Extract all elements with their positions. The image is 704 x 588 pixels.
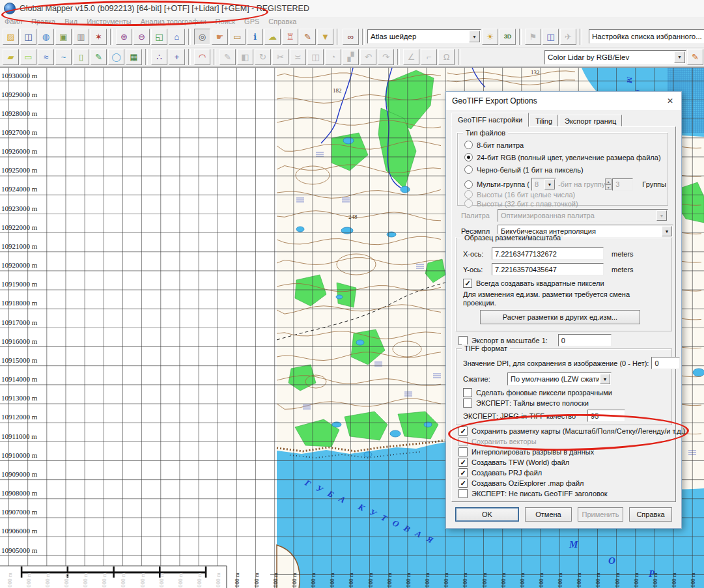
- home-view-icon[interactable]: ⌂: [169, 29, 185, 45]
- zoom-tool-icon[interactable]: ◎: [194, 29, 210, 45]
- map-catalog-icon[interactable]: ▣: [55, 29, 72, 45]
- x-axis-field[interactable]: 7.22163477132672: [492, 247, 604, 260]
- svg-text:000 m: 000 m: [424, 572, 430, 587]
- tab-geotiff-settings[interactable]: GeoTIFF настройки: [451, 113, 529, 127]
- shader-options-icon[interactable]: ☀: [482, 29, 498, 45]
- lidar-combo[interactable]: Color Lidar by RGB/Elev▼: [544, 50, 686, 64]
- checkbox-box[interactable]: [458, 489, 468, 498]
- insert-vertex-icon[interactable]: +: [169, 49, 185, 65]
- clear-selection-icon[interactable]: ▼: [317, 29, 333, 45]
- svg-text:000 m: 000 m: [291, 572, 298, 587]
- svg-text:000 m: 000 m: [386, 572, 393, 587]
- checkbox-box[interactable]: [458, 447, 468, 456]
- option-checkbox-2[interactable]: Интерполировать разрывы в данных: [458, 447, 594, 456]
- option-checkbox-5[interactable]: ✓Создавать OziExplorer .map файл: [458, 479, 584, 488]
- create-freehand-line-icon[interactable]: ~: [55, 49, 72, 65]
- 3d-terrain-icon[interactable]: 3D: [500, 29, 516, 45]
- create-rectangle-icon[interactable]: ▯: [73, 49, 89, 65]
- radio-blackwhite[interactable]: Черно-белый (1 бит на пиксель): [464, 165, 584, 174]
- export-scale-field[interactable]: 0: [558, 334, 612, 346]
- terrain-shader-icon[interactable]: ☁: [264, 29, 281, 45]
- menu-item-1[interactable]: Правка: [27, 18, 60, 25]
- dialog-title-bar[interactable]: GeoTIFF Export Options ✕: [446, 92, 681, 110]
- option-checkbox-6[interactable]: ЭКСПЕРТ: Не писать GeoTIFF заголовок: [458, 489, 608, 498]
- square-pixels-checkbox[interactable]: ✓Всегда создавать квадратные пиксели: [463, 279, 604, 288]
- main-toolbar: ▨◫◍▣▥✶⊕⊖◱⌂◎☛▭ℹ☁♖✎▼∞Atlas шейдер▼☀3D⚑◫✈На…: [0, 26, 704, 48]
- radio-8bit[interactable]: 8-бит палитра: [464, 141, 524, 149]
- menu-item-7[interactable]: Справка: [264, 18, 301, 25]
- tiff-format-legend: TIFF формат: [462, 344, 510, 352]
- open-file-icon[interactable]: ▨: [3, 29, 19, 45]
- chevron-down-icon[interactable]: ▼: [674, 51, 685, 63]
- range-rings-icon[interactable]: ◠: [194, 49, 210, 65]
- export-scale-checkbox[interactable]: [458, 336, 468, 345]
- shader-combo[interactable]: Atlas шейдер▼: [367, 29, 481, 44]
- full-extent-icon[interactable]: ◱: [151, 29, 167, 45]
- tab-tiling[interactable]: Tiling: [529, 115, 558, 127]
- multiband-groups-spinner[interactable]: ▲▼: [605, 178, 612, 190]
- svg-text:182: 182: [333, 87, 342, 94]
- checkbox-box[interactable]: ✓: [458, 458, 468, 467]
- cancel-button[interactable]: Отмена: [525, 507, 572, 522]
- checkbox-box[interactable]: ✓: [458, 427, 468, 436]
- radio-multiband[interactable]: Мульти-группа ( 8▼ -бит на группу ▲▼ 3 Г…: [464, 178, 666, 191]
- menu-item-4[interactable]: Анализ топографии: [136, 18, 211, 25]
- menu-item-6[interactable]: GPS: [240, 18, 264, 25]
- tiles-checkbox[interactable]: ЭКСПЕРТ: Тайлы вместо полоски: [463, 399, 589, 408]
- transparent-pixels-checkbox[interactable]: Сделать фоновые пиксели прозрачными: [463, 388, 612, 397]
- measure-tool-icon[interactable]: ▭: [229, 29, 246, 45]
- export-icon[interactable]: ▥: [73, 29, 89, 45]
- feature-info-icon[interactable]: ℹ: [247, 29, 263, 45]
- menu-item-5[interactable]: Поиск: [211, 18, 240, 25]
- zoom-in-icon[interactable]: ⊕: [116, 29, 132, 45]
- create-area-icon[interactable]: ▰: [3, 49, 19, 65]
- y-axis-field[interactable]: 7.22163570435647: [492, 263, 604, 275]
- option-checkbox-1: Сохранить векторы: [458, 437, 537, 446]
- create-line-icon[interactable]: ≈: [38, 49, 54, 65]
- toolbar-separator: [519, 29, 522, 45]
- help-button[interactable]: Справка: [629, 507, 672, 522]
- create-point-icon[interactable]: ∴: [151, 49, 167, 65]
- option-checkbox-0[interactable]: ✓Сохранить разметку карты (Масштаб/Поля/…: [458, 427, 685, 436]
- menu-item-0[interactable]: Файл: [0, 18, 27, 25]
- download-online-data-icon[interactable]: ◍: [38, 29, 54, 45]
- create-grid-icon[interactable]: ▦: [126, 49, 142, 65]
- tab-export-bounds[interactable]: Экспорт границ: [559, 115, 622, 127]
- radio-24bit-rgb[interactable]: 24-бит RGB (полный цвет, увеличение разм…: [464, 153, 661, 161]
- jpeg-quality-field[interactable]: 95: [587, 410, 625, 422]
- save-icon[interactable]: ◫: [20, 29, 36, 45]
- dialog-close-icon[interactable]: ✕: [659, 93, 681, 109]
- option-checkbox-4[interactable]: ✓Создавать PRJ файл: [458, 468, 542, 477]
- y-axis-label: 10905000 m: [1, 546, 37, 554]
- compression-combo[interactable]: По умолчанию (LZW сжатие)▼: [507, 372, 612, 385]
- search-binoculars-icon[interactable]: ∞: [343, 29, 359, 45]
- create-coded-line-icon[interactable]: ✎: [91, 49, 107, 65]
- dpi-row: Значение DPI, для сохранения в изображен…: [463, 357, 680, 369]
- move-feature-icon: ◧: [237, 49, 253, 65]
- multiband-bits-combo[interactable]: 8▼: [531, 178, 556, 191]
- multiband-groups-field[interactable]: 3: [612, 178, 633, 191]
- lidar-pencil-icon[interactable]: ✎: [687, 49, 703, 65]
- checkbox-label: Сохранить разметку карты (Масштаб/Поля/С…: [472, 427, 685, 435]
- sample-spacing-group: Образец разметки/масштаба X-ось: 7.22163…: [456, 238, 672, 331]
- dpi-field[interactable]: 0: [651, 357, 680, 369]
- view-shed-tower-icon[interactable]: ♖: [282, 29, 298, 45]
- 3d-view-icon[interactable]: ◫: [542, 29, 559, 45]
- create-circle-icon[interactable]: ◯: [108, 49, 124, 65]
- zoom-out-icon[interactable]: ⊖: [134, 29, 150, 45]
- favorites-combo[interactable]: Настройка списка избранного...▼: [589, 29, 704, 44]
- menu-item-3[interactable]: Инструменты: [82, 18, 136, 25]
- chevron-down-icon[interactable]: ▼: [469, 31, 480, 42]
- calc-spacing-button[interactable]: Расчет разметки в других ед.изм...: [480, 310, 640, 324]
- configuration-icon[interactable]: ✶: [91, 29, 107, 45]
- checkbox-box[interactable]: ✓: [458, 479, 468, 488]
- create-rect-area-icon[interactable]: ▭: [20, 49, 36, 65]
- digitizer-icon[interactable]: ✎: [300, 29, 316, 45]
- tiff-format-group: TIFF формат Значение DPI, для сохранения…: [456, 348, 672, 425]
- ok-button[interactable]: OK: [455, 507, 519, 522]
- pan-hand-icon[interactable]: ☛: [212, 29, 228, 45]
- svg-text:000 m: 000 m: [63, 572, 70, 587]
- option-checkbox-3[interactable]: ✓Создавать TFW (World) файл: [458, 458, 569, 467]
- menu-item-2[interactable]: Вид: [60, 18, 82, 25]
- checkbox-box[interactable]: ✓: [458, 468, 468, 477]
